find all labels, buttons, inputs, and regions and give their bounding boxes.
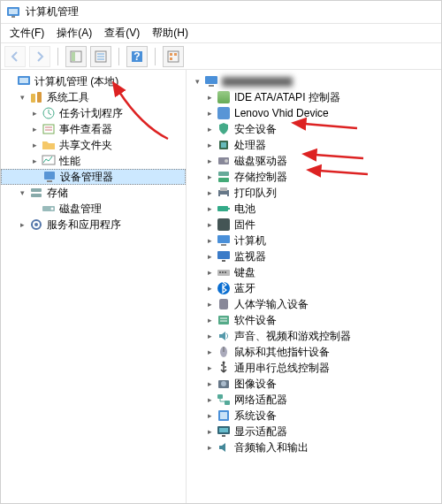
tree-node-task-scheduler[interactable]: ▸ 任务计划程序: [1, 105, 186, 121]
tree-node-services-apps[interactable]: ▸ 服务和应用程序: [1, 217, 186, 233]
device-category-bluetooth[interactable]: ▸蓝牙: [187, 280, 441, 296]
chevron-right-icon[interactable]: ▸: [204, 283, 215, 294]
expander-empty: [30, 172, 41, 182]
device-category-processor[interactable]: ▸处理器: [187, 137, 441, 153]
chevron-right-icon[interactable]: ▸: [204, 235, 215, 246]
chevron-right-icon[interactable]: ▸: [204, 267, 215, 278]
chevron-right-icon[interactable]: ▸: [17, 219, 27, 230]
menu-help[interactable]: 帮助(H): [147, 24, 194, 42]
properties-button[interactable]: [90, 46, 111, 67]
view-options-button[interactable]: [163, 46, 184, 67]
expander-icon[interactable]: [4, 76, 15, 87]
tree-node-device-manager[interactable]: 设备管理器: [1, 169, 186, 185]
device-category-print-queue[interactable]: ▸打印队列: [187, 185, 441, 201]
tree-node-event-viewer[interactable]: ▸ 事件查看器: [1, 121, 186, 137]
chevron-right-icon[interactable]: ▸: [204, 331, 215, 341]
forward-button[interactable]: [29, 46, 50, 67]
chevron-right-icon[interactable]: ▸: [29, 156, 40, 166]
help-button[interactable]: ?: [126, 46, 148, 67]
chevron-right-icon[interactable]: ▸: [204, 140, 215, 150]
chevron-right-icon[interactable]: ▸: [29, 124, 40, 134]
device-tree-root[interactable]: ▾: [187, 73, 441, 89]
device-category-label: 蓝牙: [234, 281, 255, 296]
chevron-right-icon[interactable]: ▸: [204, 378, 215, 389]
menu-action[interactable]: 操作(A): [51, 24, 97, 42]
svg-point-29: [51, 208, 54, 210]
chevron-right-icon[interactable]: ▸: [204, 410, 215, 421]
svg-rect-23: [42, 156, 55, 164]
svg-rect-44: [228, 208, 230, 210]
device-category-monitor[interactable]: ▸监视器: [187, 248, 441, 264]
chevron-right-icon[interactable]: ▸: [204, 203, 215, 214]
tree-node-performance[interactable]: ▸ 性能: [1, 153, 186, 169]
firmware-icon: [217, 218, 231, 232]
clock-icon: [42, 106, 56, 120]
chevron-right-icon[interactable]: ▸: [204, 172, 215, 182]
app-icon: [6, 5, 20, 19]
chevron-right-icon[interactable]: ▸: [204, 347, 215, 357]
menubar: 文件(F) 操作(A) 查看(V) 帮助(H): [1, 24, 441, 43]
device-category-system[interactable]: ▸系统设备: [187, 408, 441, 424]
device-category-mouse[interactable]: ▸鼠标和其他指针设备: [187, 344, 441, 360]
chevron-right-icon[interactable]: ▸: [204, 219, 215, 230]
device-category-lenovo[interactable]: ▸Lenovo Vhid Device: [187, 105, 441, 121]
svg-point-58: [223, 362, 225, 364]
device-category-storage-ctrl[interactable]: ▸存储控制器: [187, 169, 441, 185]
back-button[interactable]: [4, 46, 26, 67]
chevron-right-icon[interactable]: ▸: [204, 156, 215, 166]
chevron-right-icon[interactable]: ▸: [204, 426, 215, 437]
tree-node-system-tools[interactable]: ▾ 系统工具: [1, 89, 186, 105]
device-category-usb[interactable]: ▸通用串行总线控制器: [187, 360, 441, 376]
menu-file[interactable]: 文件(F): [4, 24, 50, 42]
left-tree-pane[interactable]: 计算机管理 (本地) ▾ 系统工具 ▸ 任务计划程序 ▸ 事件查看器 ▸ 共享文…: [1, 70, 187, 503]
svg-rect-16: [19, 78, 28, 83]
device-category-sound[interactable]: ▸声音、视频和游戏控制器: [187, 328, 441, 344]
svg-rect-32: [205, 76, 217, 84]
chevron-right-icon[interactable]: ▸: [204, 108, 215, 118]
device-category-keyboard[interactable]: ▸键盘: [187, 264, 441, 280]
device-category-display[interactable]: ▸显示适配器: [187, 424, 441, 439]
device-category-security[interactable]: ▸安全设备: [187, 121, 441, 137]
device-category-imaging[interactable]: ▸图像设备: [187, 376, 441, 392]
show-hide-tree-button[interactable]: [65, 46, 87, 67]
svg-rect-55: [218, 316, 229, 325]
device-category-computer[interactable]: ▸计算机: [187, 233, 441, 248]
chevron-right-icon[interactable]: ▸: [204, 92, 215, 103]
right-tree-pane[interactable]: ▾ ▸IDE ATA/ATAPI 控制器▸Lenovo Vhid Device▸…: [187, 70, 441, 503]
chevron-right-icon[interactable]: ▸: [204, 299, 215, 309]
chevron-down-icon[interactable]: ▾: [192, 76, 202, 87]
chevron-right-icon[interactable]: ▸: [29, 140, 40, 150]
device-category-ide[interactable]: ▸IDE ATA/ATAPI 控制器: [187, 89, 441, 105]
chevron-down-icon[interactable]: ▾: [17, 187, 27, 198]
tree-node-storage[interactable]: ▾ 存储: [1, 185, 186, 201]
chevron-right-icon[interactable]: ▸: [204, 124, 215, 134]
device-icon: [217, 106, 231, 120]
tree-node-disk-management[interactable]: 磁盘管理: [1, 201, 186, 217]
tree-label: 性能: [59, 154, 80, 169]
svg-rect-39: [218, 178, 229, 182]
tree-root-computer-management[interactable]: 计算机管理 (本地): [1, 73, 186, 89]
chevron-right-icon[interactable]: ▸: [204, 251, 215, 262]
chevron-down-icon[interactable]: ▾: [17, 92, 27, 103]
device-category-network[interactable]: ▸网络适配器: [187, 392, 441, 408]
device-category-disk-drive[interactable]: ▸磁盘驱动器: [187, 153, 441, 169]
device-category-firmware[interactable]: ▸固件: [187, 217, 441, 233]
device-category-battery[interactable]: ▸电池: [187, 201, 441, 217]
svg-rect-17: [31, 94, 35, 103]
cpu-icon: [217, 138, 231, 152]
device-category-label: IDE ATA/ATAPI 控制器: [234, 90, 340, 105]
chevron-right-icon[interactable]: ▸: [204, 187, 215, 198]
chevron-right-icon[interactable]: ▸: [204, 442, 215, 453]
chevron-right-icon[interactable]: ▸: [204, 394, 215, 405]
svg-rect-46: [221, 244, 226, 246]
svg-point-60: [221, 381, 226, 386]
device-category-hid[interactable]: ▸人体学输入设备: [187, 296, 441, 312]
chevron-right-icon[interactable]: ▸: [204, 315, 215, 325]
chevron-right-icon[interactable]: ▸: [29, 108, 40, 118]
device-category-software[interactable]: ▸软件设备: [187, 312, 441, 328]
tree-node-shared-folders[interactable]: ▸ 共享文件夹: [1, 137, 186, 153]
chevron-right-icon[interactable]: ▸: [204, 363, 215, 373]
device-category-audio-io[interactable]: ▸音频输入和输出: [187, 439, 441, 455]
menu-view[interactable]: 查看(V): [99, 24, 145, 42]
tree-label: 设备管理器: [60, 170, 113, 185]
